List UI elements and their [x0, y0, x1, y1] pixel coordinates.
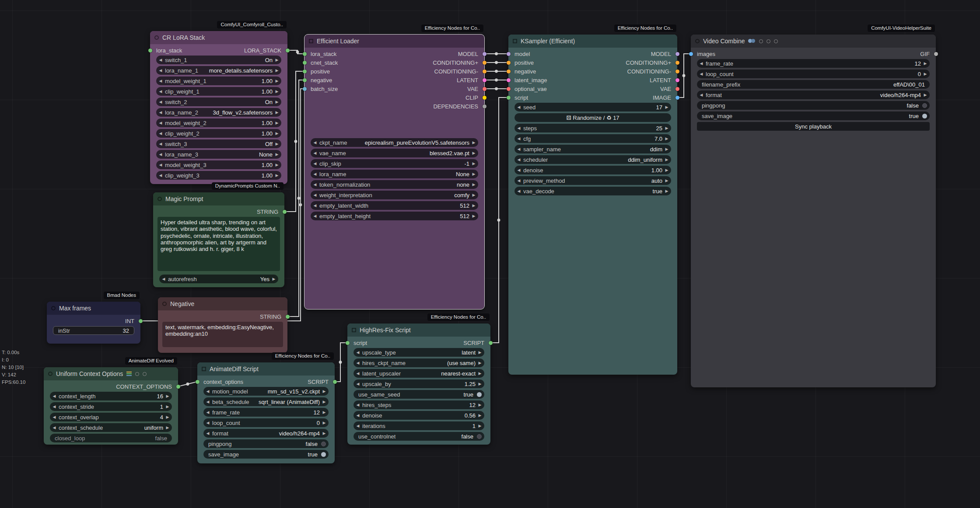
- output-dot-STRING[interactable]: [283, 210, 287, 214]
- node-video_combine[interactable]: ComfyUI-VideoHelperSuiteVideo Combineima…: [691, 35, 936, 387]
- stepper-left-arrow[interactable]: ◀: [311, 161, 319, 166]
- stepper-left-arrow[interactable]: ◀: [156, 79, 165, 83]
- stepper-right-arrow[interactable]: ▶: [662, 189, 671, 193]
- stepper-right-arrow[interactable]: ▶: [273, 68, 281, 73]
- stepper-left-arrow[interactable]: ◀: [156, 58, 165, 62]
- widget-clip_skip[interactable]: ◀clip_skip-1▶: [311, 159, 478, 168]
- node-header[interactable]: KSampler (Efficient): [508, 35, 677, 48]
- stepper-right-arrow[interactable]: ▶: [469, 193, 478, 197]
- input-dot-script[interactable]: [507, 96, 511, 100]
- stepper-left-arrow[interactable]: ◀: [156, 131, 165, 136]
- stepper-right-arrow[interactable]: ▶: [469, 161, 478, 166]
- collapse-dot-icon[interactable]: [51, 306, 56, 310]
- widget-upscale_type[interactable]: ◀upscale_typelatent▶: [354, 348, 484, 357]
- collapse-dot-icon[interactable]: [162, 302, 167, 306]
- node-header[interactable]: Negative: [158, 297, 287, 310]
- widget-iterations[interactable]: ◀iterations1▶: [354, 421, 484, 430]
- stepper-right-arrow[interactable]: ▶: [662, 126, 671, 130]
- stepper-right-arrow[interactable]: ▶: [273, 79, 281, 83]
- input-dot-lora_stack[interactable]: [148, 49, 152, 52]
- stepper-right-arrow[interactable]: ▶: [273, 142, 281, 146]
- stepper-right-arrow[interactable]: ▶: [163, 425, 172, 430]
- widget-motion_model[interactable]: ◀motion_modelmm_sd_v15_v2.ckpt▶: [203, 387, 329, 396]
- stepper-right-arrow[interactable]: ▶: [476, 350, 484, 355]
- circle-icon[interactable]: [766, 39, 770, 43]
- input-dot-positive[interactable]: [507, 61, 511, 65]
- widget-loop_count[interactable]: ◀loop_count0▶: [203, 418, 329, 427]
- stepper-left-arrow[interactable]: ◀: [514, 189, 523, 193]
- stepper-right-arrow[interactable]: ▶: [476, 371, 484, 376]
- widget-loop_count[interactable]: ◀loop_count0▶: [697, 70, 930, 78]
- widget-lora_name_2[interactable]: ◀lora_name_23d_flow_v2.safetensors▶: [156, 108, 281, 117]
- widget-inStr[interactable]: inStr32: [53, 326, 134, 335]
- users-icon[interactable]: [748, 38, 756, 44]
- input-dot-context_options[interactable]: [196, 380, 200, 384]
- widget-switch_2[interactable]: ◀switch_2On▶: [156, 97, 281, 106]
- stepper-right-arrow[interactable]: ▶: [469, 214, 478, 218]
- widget-autorefresh[interactable]: ◀autorefreshYes▶: [159, 275, 278, 283]
- stepper-left-arrow[interactable]: ◀: [156, 68, 165, 73]
- stepper-left-arrow[interactable]: ◀: [514, 147, 523, 151]
- input-dot-images[interactable]: [689, 52, 693, 56]
- widget-ckpt_name[interactable]: ◀ckpt_nameepicrealism_pureEvolutionV5.sa…: [311, 138, 478, 147]
- output-dot-SCRIPT[interactable]: [489, 341, 493, 345]
- widget-save_image[interactable]: save_imagetrue: [697, 111, 930, 120]
- toggle-knob-use_controlnet[interactable]: [477, 434, 482, 439]
- stepper-left-arrow[interactable]: ◀: [50, 394, 59, 398]
- stepper-right-arrow[interactable]: ▶: [662, 157, 671, 162]
- stepper-left-arrow[interactable]: ◀: [50, 415, 59, 419]
- widget-model_weight_3[interactable]: ◀model_weight_31.00▶: [156, 160, 281, 169]
- stepper-right-arrow[interactable]: ▶: [320, 389, 329, 393]
- output-dot-INT[interactable]: [139, 319, 143, 323]
- collapse-dot-icon[interactable]: [48, 372, 52, 376]
- stepper-right-arrow[interactable]: ▶: [476, 382, 484, 386]
- stepper-right-arrow[interactable]: ▶: [163, 404, 172, 409]
- input-dot-script[interactable]: [346, 341, 350, 345]
- widget-steps[interactable]: ◀steps25▶: [514, 124, 671, 132]
- widget-use_same_seed[interactable]: use_same_seedtrue: [354, 390, 484, 399]
- widget-clip_weight_3[interactable]: ◀clip_weight_31.00▶: [156, 171, 281, 180]
- node-magic_prompt[interactable]: DynamicPrompts Custom N..Magic PromptSTR…: [153, 192, 284, 287]
- output-dot-CLIP[interactable]: [483, 96, 486, 100]
- input-dot-lora_stack[interactable]: [303, 52, 307, 56]
- input-dot-positive[interactable]: [303, 70, 307, 73]
- circle-icon[interactable]: [143, 372, 147, 376]
- output-dot-LATENT[interactable]: [483, 78, 486, 82]
- stepper-left-arrow[interactable]: ◀: [354, 424, 362, 428]
- widget-frame_rate[interactable]: ◀frame_rate12▶: [697, 59, 930, 68]
- node-header[interactable]: Video Combine: [691, 35, 936, 48]
- node-header[interactable]: CR LoRA Stack: [150, 31, 287, 44]
- stepper-right-arrow[interactable]: ▶: [476, 413, 484, 418]
- stepper-right-arrow[interactable]: ▶: [320, 421, 329, 425]
- stepper-left-arrow[interactable]: ◀: [514, 136, 523, 141]
- widget-vae_name[interactable]: ◀vae_nameblessed2.vae.pt▶: [311, 149, 478, 157]
- output-dot-VAE[interactable]: [676, 87, 679, 91]
- input-dot-latent_image[interactable]: [507, 78, 511, 82]
- stepper-right-arrow[interactable]: ▶: [273, 152, 281, 157]
- stepper-right-arrow[interactable]: ▶: [921, 72, 930, 76]
- stepper-right-arrow[interactable]: ▶: [662, 105, 671, 109]
- stepper-left-arrow[interactable]: ◀: [156, 163, 165, 167]
- output-dot-CONDITIONING-[interactable]: [676, 70, 679, 73]
- stepper-left-arrow[interactable]: ◀: [311, 172, 319, 176]
- stepper-right-arrow[interactable]: ▶: [273, 131, 281, 136]
- widget-use_controlnet[interactable]: use_controlnetfalse: [354, 432, 484, 441]
- widget-hires_ckpt_name[interactable]: ◀hires_ckpt_name(use same)▶: [354, 358, 484, 367]
- stepper-right-arrow[interactable]: ▶: [270, 277, 278, 281]
- output-dot-DEPENDENCIES[interactable]: [483, 104, 486, 108]
- stepper-right-arrow[interactable]: ▶: [469, 182, 478, 187]
- stepper-left-arrow[interactable]: ◀: [311, 214, 319, 218]
- node-negative[interactable]: NegativeSTRINGtext, watermark, embedding…: [158, 297, 287, 353]
- widget-upscale_by[interactable]: ◀upscale_by1.25▶: [354, 379, 484, 388]
- stepper-right-arrow[interactable]: ▶: [273, 121, 281, 125]
- output-dot-LORA_STACK[interactable]: [286, 49, 290, 52]
- stepper-left-arrow[interactable]: ◀: [514, 178, 523, 183]
- stepper-left-arrow[interactable]: ◀: [156, 173, 165, 177]
- widget-frame_rate[interactable]: ◀frame_rate12▶: [203, 408, 329, 417]
- stepper-left-arrow[interactable]: ◀: [354, 413, 362, 418]
- stepper-left-arrow[interactable]: ◀: [514, 168, 523, 172]
- widget-context_schedule[interactable]: ◀context_scheduleuniform▶: [50, 423, 172, 432]
- collapse-square-icon[interactable]: [352, 328, 356, 332]
- output-dot-STRING[interactable]: [286, 315, 290, 319]
- widget-hires_steps[interactable]: ◀hires_steps12▶: [354, 400, 484, 409]
